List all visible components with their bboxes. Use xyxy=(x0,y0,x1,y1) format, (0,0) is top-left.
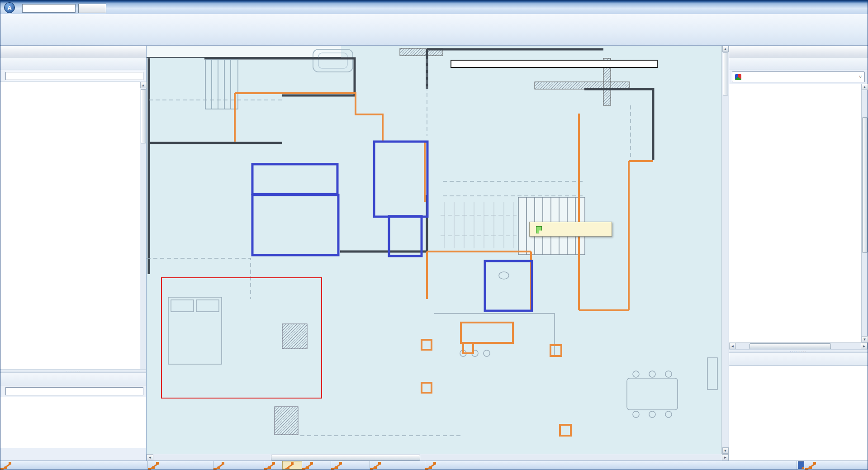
accordion-filler xyxy=(0,448,146,461)
status-blank xyxy=(370,461,425,470)
scroll-right-icon[interactable]: ► xyxy=(861,343,868,350)
views-search-input[interactable] xyxy=(5,387,143,395)
right-panel-toolbar xyxy=(729,57,868,70)
current-page-path xyxy=(425,461,797,470)
templates-parts-panel: ˅ ▲ ▼ ◄ ► ∙∙∙∙∙∙∙∙∙ xyxy=(729,46,868,461)
scroll-left-icon[interactable]: ◄ xyxy=(147,454,153,461)
left-panel-toolbar xyxy=(0,57,146,70)
views-toolbar xyxy=(0,373,146,385)
property-grid xyxy=(729,401,868,461)
ribbon xyxy=(0,14,868,46)
scroll-right-icon[interactable]: ► xyxy=(722,454,729,461)
scroll-down-icon[interactable]: ▼ xyxy=(862,336,868,342)
undo-button[interactable] xyxy=(78,4,106,13)
selected-assembly-parts xyxy=(729,366,868,401)
views-search-row xyxy=(0,385,146,397)
left-panel-header xyxy=(0,46,146,57)
right-tree-scrollbar[interactable]: ▲ ▼ xyxy=(861,84,868,342)
title-menu-bar: A xyxy=(0,0,868,14)
parts-assemblies-dropdown[interactable]: ˅ xyxy=(732,71,865,82)
canvas-column: ▲ ▼ ◄ ► xyxy=(147,46,729,461)
area-flag-icon xyxy=(536,226,542,233)
app-window: A ▲ ∙∙∙∙∙∙∙∙ xyxy=(0,0,868,470)
canvas-vscrollbar[interactable]: ▲ ▼ xyxy=(721,46,729,454)
status-blank xyxy=(0,461,148,470)
takeoff-legend xyxy=(451,60,658,68)
bedroom2-selection[interactable] xyxy=(161,277,322,399)
status-blank xyxy=(213,461,264,470)
ortho-toggle[interactable] xyxy=(282,461,302,470)
freehand-toggle[interactable] xyxy=(302,461,331,470)
right-tree-hscrollbar[interactable]: ◄ ► xyxy=(729,342,868,349)
cursor-coordinates xyxy=(148,461,213,470)
status-bar xyxy=(0,461,868,470)
snap-toggle[interactable] xyxy=(264,461,282,470)
floor-plan-canvas[interactable] xyxy=(147,46,721,454)
internet-status xyxy=(805,461,868,470)
parts-list-toolbar xyxy=(729,353,868,366)
chevron-down-icon: ˅ xyxy=(859,75,862,80)
search-input[interactable] xyxy=(22,4,76,13)
panel-splitter[interactable]: ∙∙∙∙∙∙∙∙∙ xyxy=(729,349,868,353)
takeoff-tooltip xyxy=(529,222,612,237)
left-search-row xyxy=(0,70,146,82)
scroll-left-icon[interactable]: ◄ xyxy=(729,343,736,350)
autoscroll-toggle[interactable] xyxy=(798,461,804,469)
pages-tree xyxy=(0,82,140,369)
scroll-up-icon[interactable]: ▲ xyxy=(722,46,729,52)
left-tree-scrollbar[interactable]: ▲ xyxy=(140,82,146,369)
parts-tree xyxy=(729,84,861,342)
views-list xyxy=(0,397,146,448)
canvas-hscrollbar[interactable]: ◄ ► xyxy=(147,454,729,461)
scroll-up-icon[interactable]: ▲ xyxy=(140,82,147,88)
verify-points-toggle[interactable] xyxy=(331,461,370,470)
panel-splitter[interactable]: ∙∙∙∙∙∙∙∙ xyxy=(0,369,146,373)
app-logo-icon: A xyxy=(4,2,15,13)
pages-search-input[interactable] xyxy=(5,72,143,80)
scroll-down-icon[interactable]: ▼ xyxy=(722,447,729,454)
pages-bookmarks-panel: ▲ ∙∙∙∙∙∙∙∙ xyxy=(0,46,147,461)
right-panel-header xyxy=(729,46,868,57)
scroll-up-icon[interactable]: ▲ xyxy=(862,84,868,90)
cube-icon xyxy=(735,74,741,80)
